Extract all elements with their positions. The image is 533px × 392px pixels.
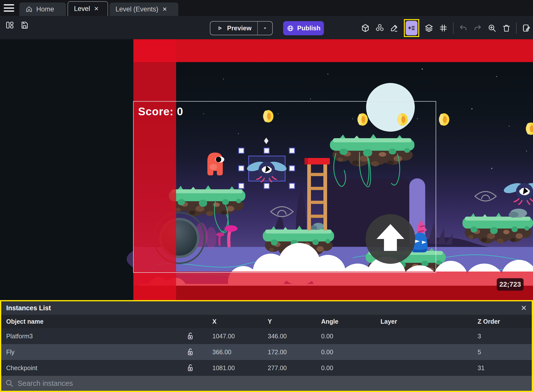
main-menu-button[interactable]	[4, 3, 15, 13]
redo-icon[interactable]	[473, 23, 482, 33]
column-object-name: Object name	[6, 318, 43, 325]
chevron-down-icon	[262, 25, 268, 32]
instance-x: 366.00	[212, 349, 231, 356]
preview-button[interactable]: Preview	[210, 21, 273, 35]
draw-edit-icon[interactable]	[389, 23, 399, 33]
instance-angle: 0.00	[321, 333, 333, 340]
gdevelop-editor-window: Home Level ✕ Level (Events) ✕ Preview	[0, 0, 533, 392]
editor-toolbar: Preview Publish	[0, 16, 533, 39]
table-row-checkpoint[interactable]: Checkpoint 1081.00 277.00 0.00 31	[1, 360, 532, 376]
instance-angle: 0.00	[321, 349, 333, 356]
search-icon	[5, 379, 14, 388]
layout-columns-icon[interactable]	[5, 20, 14, 30]
save-icon[interactable]	[20, 20, 29, 30]
grid-icon[interactable]	[439, 23, 448, 33]
panel-title: Instances List	[6, 304, 51, 312]
globe-icon	[287, 25, 294, 32]
instance-z: 5	[478, 349, 481, 356]
zoom-in-icon[interactable]	[487, 23, 497, 33]
up-arrow-button-object[interactable]	[366, 214, 415, 264]
column-y: Y	[268, 318, 272, 325]
lock-icon[interactable]	[186, 347, 194, 357]
publish-label: Publish	[297, 24, 321, 32]
instance-y: 172.00	[268, 349, 287, 356]
instance-x: 1047.00	[212, 333, 235, 340]
instances-list-panel: Instances List ✕ Object name X Y Angle L…	[0, 300, 533, 392]
instance-z: 3	[478, 333, 481, 340]
preview-options-dropdown[interactable]	[258, 25, 272, 32]
lock-icon[interactable]	[186, 363, 194, 373]
instance-x: 1081.00	[212, 364, 235, 372]
scene-canvas[interactable]: Score: 0 22;723	[0, 39, 533, 300]
close-panel-icon[interactable]: ✕	[521, 304, 527, 312]
instance-angle: 0.00	[321, 364, 333, 372]
instance-z: 31	[478, 364, 485, 372]
edit-scene-properties-icon[interactable]	[522, 23, 531, 33]
table-row-fly[interactable]: Fly 366.00 172.00 0.00 5	[1, 344, 532, 360]
moon-decor	[366, 83, 415, 132]
tab-level-events[interactable]: Level (Events) ✕	[110, 2, 178, 16]
cursor-coordinates-badge: 22;723	[497, 278, 524, 291]
instance-y: 277.00	[268, 364, 287, 372]
column-z-order: Z Order	[478, 318, 500, 325]
undo-icon[interactable]	[458, 23, 468, 33]
preview-label: Preview	[227, 24, 251, 32]
tab-label: Level (Events)	[115, 5, 158, 13]
editor-empty-area	[0, 39, 133, 300]
column-x: X	[212, 318, 217, 325]
trash-icon[interactable]	[502, 23, 511, 33]
tab-level[interactable]: Level ✕	[68, 1, 108, 16]
close-tab-icon[interactable]: ✕	[162, 6, 168, 13]
column-angle: Angle	[321, 318, 338, 325]
instance-name: Checkpoint	[6, 364, 37, 372]
instance-name: Fly	[6, 349, 14, 356]
tab-home[interactable]: Home	[19, 2, 66, 16]
layers-icon[interactable]	[424, 23, 434, 33]
instances-search-bar	[1, 376, 532, 391]
instances-list-icon[interactable]	[406, 21, 418, 35]
instances-table-header: Object name X Y Angle Layer Z Order	[1, 315, 532, 328]
table-row-platform3[interactable]: Platform3 1047.00 346.00 0.00 3	[1, 328, 532, 344]
tab-label: Level	[74, 5, 90, 13]
instance-name: Platform3	[6, 333, 33, 340]
search-input[interactable]	[17, 379, 528, 388]
tab-bar: Home Level ✕ Level (Events) ✕	[0, 0, 533, 16]
column-layer: Layer	[381, 318, 397, 325]
instance-y: 346.00	[268, 333, 287, 340]
close-tab-icon[interactable]: ✕	[94, 5, 99, 12]
cube-3d-icon[interactable]	[361, 23, 370, 33]
objects-group-icon[interactable]	[375, 23, 384, 33]
score-text-object[interactable]: Score: 0	[138, 105, 183, 118]
lock-icon[interactable]	[186, 331, 194, 341]
play-icon	[216, 25, 224, 32]
home-icon	[25, 5, 33, 13]
publish-button[interactable]: Publish	[283, 21, 324, 35]
tab-label: Home	[36, 5, 54, 13]
instances-list-highlight	[404, 19, 419, 37]
